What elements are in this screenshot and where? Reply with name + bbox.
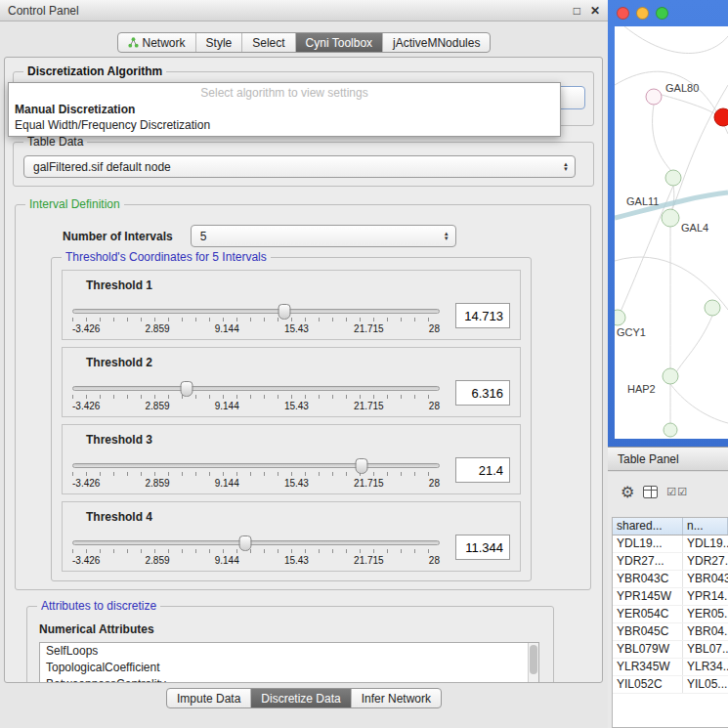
window-minimize-button[interactable] [636, 7, 649, 20]
interval-definition-group: Interval Definition Number of Intervals … [15, 204, 591, 590]
scale-label: -3.426 [72, 323, 100, 334]
threshold-3-value-input[interactable] [455, 457, 510, 483]
gear-icon[interactable]: ⚙ [621, 483, 634, 501]
scale-label: 21.715 [354, 323, 384, 334]
scale-label: 28 [429, 323, 440, 334]
slider-thumb[interactable] [356, 458, 368, 474]
tab-label: Infer Network [362, 692, 431, 706]
threshold-3-panel: Threshold 3 -3.4262.8599.14415.4321.7152… [62, 424, 521, 494]
attributes-group: Attributes to discretize Numerical Attri… [26, 606, 554, 683]
cell: YPR145W [613, 588, 683, 605]
node-label: GCY1 [617, 326, 646, 338]
table-row[interactable]: YBR045CYBR04... [613, 623, 728, 641]
list-item[interactable]: TopologicalCoefficient [40, 660, 538, 676]
tab-label: Select [252, 36, 284, 50]
table-data-combobox[interactable]: galFiltered.sif default node ▲▼ [23, 155, 576, 178]
table-row[interactable]: YBR043CYBR043... [613, 571, 728, 588]
table-row[interactable]: YDR27...YDR27... [613, 553, 728, 571]
scale-label: 28 [429, 478, 440, 489]
threshold-label: Threshold 3 [86, 433, 512, 447]
table-row[interactable]: YLR345WYLR34... [613, 659, 728, 676]
node-table: shared... n... YDL19...YDL19... YDR27...… [612, 517, 728, 728]
control-panel-titlebar: Control Panel □ ✕ [0, 0, 608, 21]
columns-icon[interactable] [643, 486, 658, 498]
table-row[interactable]: YER054CYER05... [613, 606, 728, 623]
node-gal4[interactable] [662, 209, 679, 227]
threshold-4-slider[interactable]: -3.4262.8599.14415.4321.71528 [72, 534, 440, 566]
combobox-value: 5 [200, 230, 444, 243]
scale-label: 9.144 [215, 555, 239, 566]
slider-thumb[interactable] [278, 304, 290, 320]
tab-label: Network [143, 36, 186, 50]
vertical-scrollbar[interactable] [528, 643, 538, 683]
tab-style[interactable]: Style [196, 33, 243, 52]
tab-impute-data[interactable]: Impute Data [167, 689, 251, 707]
slider-ticks [72, 395, 440, 399]
threshold-4-panel: Threshold 4 -3.4262.8599.14415.4321.7152… [62, 501, 521, 572]
dropdown-option-manual-discretization[interactable]: Manual Discretization [9, 102, 560, 117]
tab-infer-network[interactable]: Infer Network [352, 689, 441, 707]
threshold-label: Threshold 4 [86, 510, 512, 524]
cell: YDR27... [683, 553, 728, 570]
column-header-name[interactable]: n... [683, 518, 728, 535]
node-hap2[interactable] [663, 368, 678, 384]
window-close-button[interactable] [617, 7, 629, 20]
list-item[interactable]: BetweennessCentrality [40, 676, 538, 683]
slider-thumb[interactable] [180, 381, 193, 397]
tab-jactivemodules[interactable]: jActiveMNodules [383, 33, 490, 52]
column-header-shared-name[interactable]: shared... [613, 518, 683, 535]
slider-track[interactable] [72, 386, 440, 391]
table-row[interactable]: YDL19...YDL19... [613, 535, 728, 553]
threshold-2-value-input[interactable] [455, 380, 510, 406]
table-row[interactable]: YPR145WYPR14... [613, 588, 728, 606]
tab-discretize-data[interactable]: Discretize Data [251, 689, 351, 707]
node-unlabeled[interactable] [664, 423, 677, 437]
numerical-attributes-label: Numerical Attributes [39, 622, 553, 636]
attributes-list[interactable]: SelfLoops TopologicalCoefficient Between… [39, 642, 539, 683]
dropdown-placeholder: Select algorithm to view settings [9, 83, 560, 102]
select-all-checkbox-icon[interactable]: ☑☑ [666, 486, 688, 498]
threshold-1-value-input[interactable] [455, 303, 510, 328]
group-label: Threshold's Coordinates for 5 Intervals [62, 250, 271, 264]
slider-track[interactable] [72, 309, 440, 314]
group-label: Interval Definition [25, 197, 124, 211]
threshold-3-slider[interactable]: -3.4262.8599.14415.4321.71528 [72, 456, 440, 489]
scale-label: 21.715 [354, 478, 384, 489]
table-panel-title: Table Panel [618, 452, 679, 466]
node-gal11[interactable] [665, 170, 681, 186]
threshold-1-slider[interactable]: -3.4262.8599.14415.4321.71528 [72, 302, 440, 334]
scrollbar-thumb[interactable] [530, 645, 537, 674]
cell: YIL05... [683, 676, 728, 693]
slider-track[interactable] [72, 540, 440, 545]
cell: YIL052C [613, 676, 683, 693]
window-zoom-button[interactable] [656, 7, 668, 20]
scale-label: 2.859 [146, 401, 170, 411]
slider-thumb[interactable] [238, 535, 251, 551]
num-intervals-combobox[interactable]: 5 ▲▼ [191, 225, 456, 247]
table-row[interactable]: YIL052CYIL05... [613, 676, 728, 694]
cell: YLR345W [613, 659, 683, 675]
group-label: Attributes to discretize [37, 599, 160, 613]
slider-track[interactable] [72, 463, 440, 468]
scale-label: 2.859 [146, 478, 170, 489]
node-selected-red[interactable] [714, 108, 728, 126]
node-gcy1[interactable] [615, 310, 625, 325]
threshold-4-value-input[interactable] [455, 535, 510, 560]
node-unlabeled[interactable] [705, 300, 720, 316]
scale-label: 15.43 [284, 478, 309, 489]
scale-label: 15.43 [284, 323, 309, 334]
network-canvas[interactable]: GAL80 GAL11 GAL4 GCY1 HAP2 [615, 26, 728, 439]
list-item[interactable]: SelfLoops [40, 643, 538, 660]
table-row[interactable]: YBL079WYBL07... [613, 641, 728, 659]
panel-title: Control Panel [8, 4, 79, 18]
tab-network[interactable]: Network [118, 33, 196, 52]
dropdown-option-equal-width-frequency[interactable]: Equal Width/Frequency Discretization [9, 117, 560, 133]
cyni-toolbox-panel: Discretization Algorithm Table Data galF… [4, 57, 603, 683]
close-panel-button[interactable]: ✕ [590, 4, 600, 18]
threshold-2-slider[interactable]: -3.4262.8599.14415.4321.71528 [72, 379, 440, 411]
float-window-button[interactable]: □ [574, 4, 580, 18]
tab-cyni-toolbox[interactable]: Cyni Toolbox [296, 33, 383, 52]
cell: YBL07... [683, 641, 728, 658]
tab-select[interactable]: Select [242, 33, 295, 52]
node-gal80[interactable] [646, 89, 662, 105]
